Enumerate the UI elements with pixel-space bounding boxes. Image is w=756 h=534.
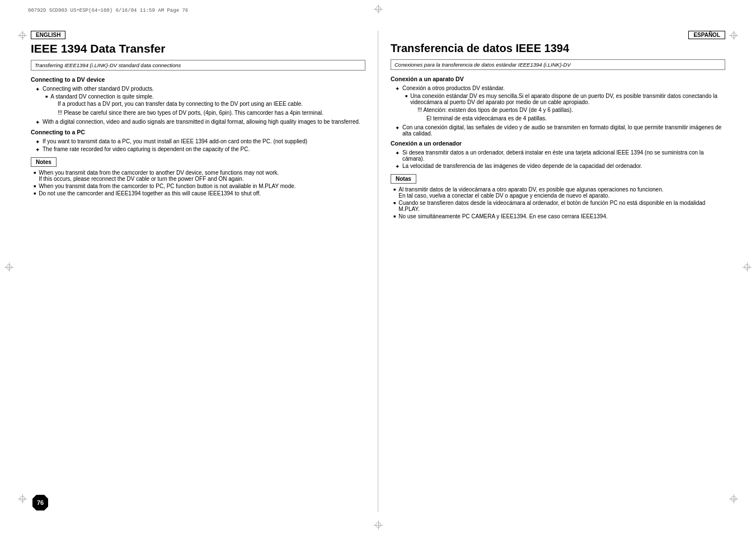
diamond-icon: ✦ — [35, 86, 40, 92]
reg-mark-top-center — [374, 4, 383, 13]
reg-mark-center-right — [743, 263, 752, 271]
left-subitem1: ■ A standard DV connection is quite simp… — [31, 93, 365, 100]
left-column: ENGLISH IEEE 1394 Data Transfer Transfer… — [31, 31, 378, 512]
right-note3-line1: No use simultáneamente PC CAMERA y IEEE1… — [398, 213, 608, 219]
left-item1: ✦ Connecting with other standard DV prod… — [31, 86, 365, 92]
right-notes-label: Notas — [391, 174, 416, 184]
right-note1-line2: En tal caso, vuelva a conectar el cable … — [398, 193, 663, 199]
diamond-icon-s2-1: ✦ — [35, 139, 40, 145]
right-note1: ■ Al transmitir datos de la videocámara … — [391, 186, 725, 199]
left-note1-line1: When you transmit data from the camcorde… — [39, 170, 279, 176]
left-notes-label: Notes — [31, 157, 57, 167]
left-note1: ■ When you transmit data from the camcor… — [31, 170, 365, 182]
right-section1-heading: Conexión a un aparato DV — [391, 76, 725, 82]
reg-mark-center-left — [4, 263, 13, 271]
reg-mark-top-right — [729, 31, 738, 40]
left-note2: ■ When you transmit data from the camcor… — [31, 183, 365, 189]
right-subtitle-box: Conexiones para la transferencia de dato… — [391, 59, 725, 70]
right-subitem1: ■ Una conexión estándar DV es muy sencil… — [391, 93, 725, 105]
left-item1-text: Connecting with other standard DV produc… — [43, 86, 154, 92]
left-note3-line1: Do not use the camcorder and IEEE1394 to… — [39, 190, 261, 196]
right-item1: ✦ Conexión a otros productos DV estándar… — [391, 85, 725, 92]
note-square2: ■ — [34, 184, 36, 188]
left-subtitle-box: Transferring IEEE1394 (i.LINK)-DV standa… — [31, 60, 365, 71]
square-icon1: ■ — [45, 95, 48, 99]
file-header: 00792D SCD903 US+ESP(64~108) 6/16/04 11:… — [28, 8, 188, 13]
right-main-title: Transferencia de datos IEEE 1394 — [391, 41, 725, 55]
left-section1-heading: Connecting to a DV device — [31, 76, 365, 83]
right-excl1-text: Atención: existen dos tipos de puertos D… — [424, 107, 573, 113]
right-note-square3: ■ — [393, 214, 396, 218]
right-s2-item1-text: Si desea transmitir datos a un ordenador… — [402, 149, 725, 162]
left-section2-heading: Connecting to a PC — [31, 129, 365, 135]
left-subitem1-continued: If a product has a DV port, you can tran… — [31, 100, 365, 108]
reg-mark-top-left — [18, 31, 27, 40]
right-item2: ✦ Con una conexión digital, las señales … — [391, 124, 725, 137]
right-section2-heading: Conexión a un ordenador — [391, 140, 725, 147]
page-number-badge: 76 — [32, 495, 48, 510]
right-diamond-s2-1: ✦ — [395, 150, 400, 156]
left-excl1-text: Please be careful since there are two ty… — [64, 110, 323, 116]
diamond-icon2: ✦ — [35, 119, 40, 125]
left-main-title: IEEE 1394 Data Transfer — [31, 41, 365, 55]
right-lang-badge: ESPAÑOL — [688, 31, 725, 39]
left-s2-item2-text: The frame rate recorded for video captur… — [43, 146, 250, 152]
right-s2-item2-text: La velocidad de transferencia de las imá… — [402, 163, 642, 169]
right-note-square2: ■ — [393, 201, 396, 205]
left-lang-badge: ENGLISH — [31, 31, 65, 39]
diamond-icon-s2-2: ✦ — [35, 147, 40, 153]
right-excl1: !!! Atención: existen dos tipos de puert… — [391, 106, 725, 114]
right-excl2: El terminal de esta videocámara es de 4 … — [391, 115, 725, 123]
reg-mark-bottom-right — [729, 494, 738, 503]
left-note1-line2: If this occurs, please reconnect the DV … — [39, 176, 279, 182]
left-note3: ■ Do not use the camcorder and IEEE1394 … — [31, 190, 365, 196]
right-note2-line1: Cuando se transfieren datos desde la vid… — [398, 200, 725, 212]
right-s2-item2: ✦ La velocidad de transferencia de las i… — [391, 163, 725, 170]
right-diamond-s2-2: ✦ — [395, 163, 400, 170]
right-diamond-icon2: ✦ — [395, 125, 400, 131]
right-note3: ■ No use simultáneamente PC CAMERA y IEE… — [391, 213, 725, 219]
left-s2-item1: ✦ If you want to transmit data to a PC, … — [31, 138, 365, 145]
right-subitem1-text: Una conexión estándar DV es muy sencilla… — [410, 93, 725, 105]
reg-mark-bottom-center — [374, 521, 383, 530]
left-item2-text: With a digital connection, video and aud… — [43, 119, 360, 125]
right-note1-line1: Al transmitir datos de la videocámara a … — [398, 186, 663, 193]
right-excl2-text: El terminal de esta videocámara es de 4 … — [426, 115, 547, 121]
excl-icon1: !!! — [58, 110, 64, 116]
right-s2-item1: ✦ Si desea transmitir datos a un ordenad… — [391, 149, 725, 162]
left-s2-item1-text: If you want to transmit data to a PC, yo… — [43, 138, 307, 144]
left-note2-line1: When you transmit data from the camcorde… — [39, 183, 295, 189]
right-item2-text: Con una conexión digital, las señales de… — [402, 124, 725, 137]
left-excl1: !!! Please be careful since there are tw… — [31, 109, 365, 117]
note-square3: ■ — [34, 191, 36, 195]
left-item2: ✦ With a digital connection, video and a… — [31, 119, 365, 125]
right-note-square1: ■ — [393, 188, 396, 191]
left-subitem1-text: A standard DV connection is quite simple… — [50, 93, 154, 100]
right-excl-icon1: !!! — [417, 107, 424, 113]
note-square1: ■ — [34, 171, 36, 175]
right-note2: ■ Cuando se transfieren datos desde la v… — [391, 200, 725, 212]
left-s2-item2: ✦ The frame rate recorded for video capt… — [31, 146, 365, 153]
right-diamond-icon1: ✦ — [395, 86, 400, 92]
reg-mark-bottom-left — [18, 494, 27, 503]
right-column: ESPAÑOL Transferencia de datos IEEE 1394… — [378, 31, 725, 512]
right-square-icon1: ■ — [405, 94, 407, 98]
right-item1-text: Conexión a otros productos DV estándar. — [402, 85, 505, 91]
